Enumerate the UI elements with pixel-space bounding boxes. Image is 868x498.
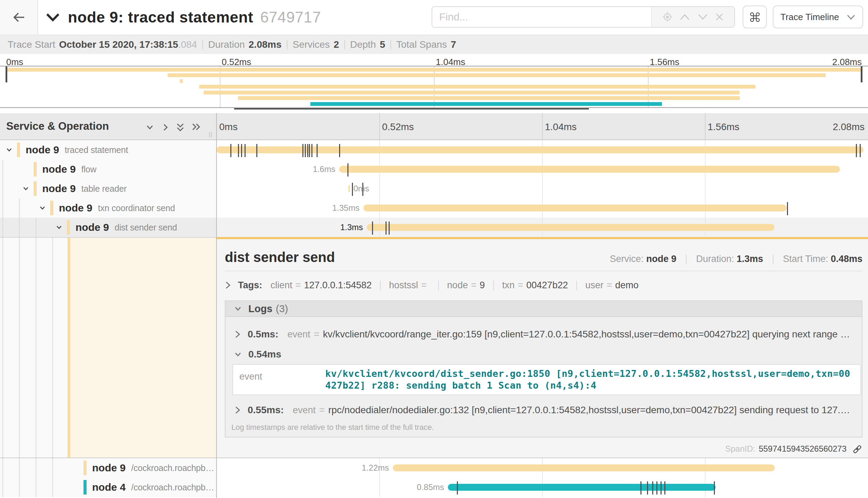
- span-name-cell[interactable]: node 9txn coordinator send: [0, 198, 216, 218]
- span-duration-bar[interactable]: [348, 185, 350, 192]
- view-type-select[interactable]: Trace Timeline: [773, 6, 863, 28]
- span-row[interactable]: node 9traced statement: [0, 140, 868, 160]
- span-duration-bar[interactable]: [367, 224, 774, 231]
- minimap-right-scrubber[interactable]: [861, 66, 862, 82]
- service-name: node 9traced statement: [26, 140, 216, 160]
- indent-guide: [2, 478, 3, 497]
- total-spans-label: Total Spans: [396, 39, 447, 50]
- span-name-cell[interactable]: node 9/cockroach.roachpb.I…: [0, 458, 216, 478]
- summary-separator: [390, 40, 391, 49]
- span-duration-bar[interactable]: [363, 205, 787, 211]
- span-toggle-chevron-icon[interactable]: [39, 206, 45, 210]
- depth-value: 5: [380, 39, 385, 50]
- log-marker: [457, 481, 458, 495]
- tag-value: 9: [480, 280, 485, 290]
- next-result-button[interactable]: [697, 13, 708, 20]
- span-name-cell[interactable]: node 9dist sender send: [0, 218, 216, 237]
- span-duration-bar[interactable]: [448, 484, 716, 491]
- log-entry-1[interactable]: 0.5ms: event = kv/kvclient/kvcoord/range…: [225, 325, 862, 344]
- span-timeline-cell[interactable]: 0.85ms: [216, 478, 868, 497]
- tag-separator: [438, 281, 439, 290]
- span-duration-label: 1.3ms: [340, 218, 363, 237]
- span-name-cell[interactable]: node 9flow: [0, 160, 216, 179]
- logs-header[interactable]: Logs (3): [225, 301, 862, 317]
- prev-result-button[interactable]: [679, 13, 690, 20]
- minimap-span-bar: [204, 91, 739, 94]
- find-input[interactable]: [432, 7, 651, 27]
- minimap-canvas[interactable]: [0, 66, 868, 108]
- clear-search-button[interactable]: [715, 12, 724, 21]
- service-name: node 9/cockroach.roachpb.I…: [92, 458, 216, 478]
- collapse-all-icon[interactable]: [176, 123, 184, 132]
- axis-tick-25: 0.52ms: [382, 121, 414, 133]
- span-row[interactable]: node 9/cockroach.roachpb.I…1.22ms: [0, 458, 868, 478]
- span-timeline-cell[interactable]: 1.6ms: [216, 160, 868, 179]
- span-timeline-cell[interactable]: [216, 140, 868, 160]
- log-entry-2-header[interactable]: 0.54ms: [225, 347, 862, 362]
- log-marker: [640, 481, 641, 495]
- service-color-bar: [17, 143, 20, 157]
- span-timeline-cell[interactable]: 1.3ms: [216, 218, 868, 237]
- axis-gridline: [705, 113, 706, 139]
- span-name-cell[interactable]: node 4/cockroach.roachpb.I…: [0, 478, 216, 497]
- tag-value: 127.0.0.1:54582: [304, 280, 372, 290]
- expand-one-icon[interactable]: [163, 123, 169, 132]
- log-marker: [664, 481, 665, 495]
- log-marker: [256, 144, 257, 157]
- grip-bar: [211, 132, 212, 137]
- link-icon[interactable]: [852, 444, 862, 454]
- service-color-bar: [34, 181, 37, 196]
- log-entry-3[interactable]: 0.55ms: event = rpc/nodedialer/nodediale…: [225, 401, 862, 419]
- span-toggle-chevron-icon[interactable]: [23, 187, 29, 191]
- back-button[interactable]: [0, 0, 38, 35]
- keyboard-shortcuts-button[interactable]: [743, 6, 767, 28]
- span-row[interactable]: node 9txn coordinator send1.35ms: [0, 198, 868, 218]
- span-toggle-chevron-icon[interactable]: [56, 225, 62, 229]
- logs-count: (3): [276, 303, 288, 315]
- locate-icon[interactable]: [662, 12, 673, 22]
- log-time: 0.5ms:: [248, 329, 278, 340]
- chevron-right-icon: [234, 330, 241, 339]
- log-marker: [230, 144, 231, 157]
- span-duration-bar[interactable]: [339, 166, 840, 173]
- tags-row[interactable]: Tags: client=127.0.0.1:54582hostssl=node…: [225, 278, 862, 293]
- span-name-cell[interactable]: node 9traced statement: [0, 140, 216, 160]
- minimap-left-scrubber[interactable]: [6, 66, 7, 82]
- start-time-meta-value: 0.48ms: [831, 254, 862, 264]
- span-row[interactable]: node 4/cockroach.roachpb.I…0.85ms: [0, 478, 868, 497]
- span-duration-label: 0.85ms: [417, 478, 444, 497]
- operation-name: /cockroach.roachpb.I…: [131, 482, 216, 492]
- log-time: 0.55ms:: [248, 405, 284, 416]
- span-timeline-cell[interactable]: 1.35ms: [216, 198, 868, 218]
- span-duration-bar[interactable]: [393, 464, 775, 471]
- span-toggle-chevron-icon[interactable]: [6, 148, 12, 152]
- axis-gridline: [379, 113, 380, 139]
- chevron-down-icon: [234, 306, 241, 311]
- log-equals: =: [319, 405, 325, 416]
- span-row[interactable]: node 9dist sender send1.3ms: [0, 218, 868, 237]
- operation-name: table reader: [81, 184, 216, 194]
- indent-guide: [36, 238, 36, 458]
- log-marker: [245, 144, 246, 157]
- span-name-cell[interactable]: node 9table reader: [0, 179, 216, 198]
- indent-guide: [2, 198, 3, 218]
- collapse-one-icon[interactable]: [146, 125, 153, 130]
- log-entry-2-detail: event kv/kvclient/kvcoord/dist_sender.go…: [232, 364, 861, 395]
- indent-guide: [36, 218, 36, 237]
- log-marker: [652, 481, 653, 495]
- span-timeline-cell[interactable]: 1.22ms: [216, 458, 868, 478]
- span-duration-bar[interactable]: [216, 146, 863, 153]
- expand-all-icon[interactable]: [192, 123, 200, 131]
- timeline-gridline: [542, 179, 543, 198]
- column-resizer-grip[interactable]: [209, 132, 213, 137]
- span-id-value: 5597415943526560273: [759, 444, 847, 454]
- minimap-span-bar: [6, 68, 862, 72]
- event-value: kv/kvclient/kvcoord/dist_sender.go:1850 …: [325, 368, 850, 391]
- tag-key: node: [447, 280, 468, 290]
- log-marker: [311, 144, 312, 157]
- column-divider[interactable]: [216, 113, 217, 498]
- collapse-trace-chevron-icon[interactable]: [46, 13, 60, 22]
- span-row[interactable]: node 9flow1.6ms: [0, 160, 868, 179]
- span-timeline-cell[interactable]: 0ms: [216, 179, 868, 198]
- span-row[interactable]: node 9table reader0ms: [0, 179, 868, 198]
